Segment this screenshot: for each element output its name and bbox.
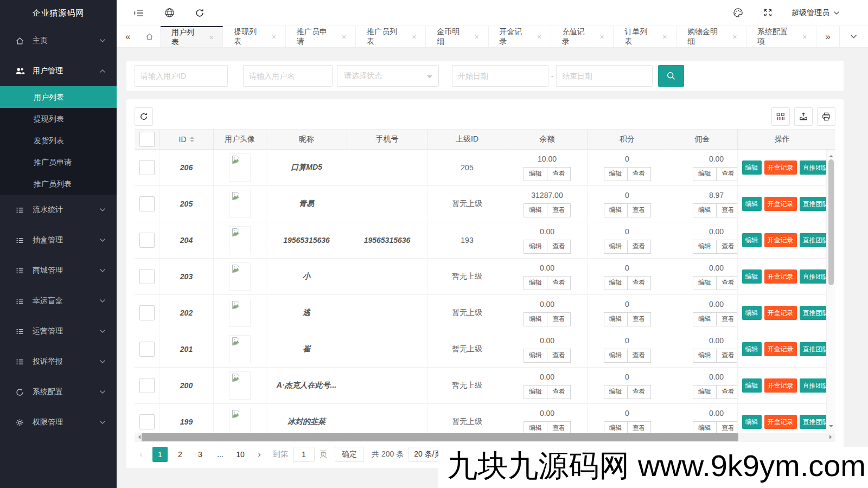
start-date-input[interactable] <box>452 65 548 87</box>
vertical-scrollbar-thumb[interactable] <box>828 159 834 285</box>
points-view-button[interactable]: 查看 <box>627 276 651 290</box>
scroll-down-arrow-icon[interactable] <box>829 425 833 429</box>
balance-view-button[interactable]: 查看 <box>547 240 571 254</box>
page-button-2[interactable]: 2 <box>173 447 188 462</box>
commission-view-button[interactable]: 查看 <box>716 349 738 363</box>
action-button-direct-team[interactable]: 直推团队 <box>800 233 827 247</box>
status-select[interactable]: 请选择状态 <box>337 65 439 87</box>
tab-promoter-apply[interactable]: 推广员申请× <box>286 26 356 47</box>
commission-edit-button[interactable]: 编辑 <box>693 312 717 326</box>
action-button-edit[interactable]: 编辑 <box>742 306 762 320</box>
tab-close-icon[interactable]: × <box>208 33 215 42</box>
sidebar-subitem-ship-list[interactable]: 发货列表 <box>0 130 117 151</box>
action-button-open-box-record[interactable]: 开盒记录 <box>764 306 797 320</box>
tab-home[interactable] <box>139 26 160 47</box>
balance-view-button[interactable]: 查看 <box>547 385 571 399</box>
commission-edit-button[interactable]: 编辑 <box>693 421 717 433</box>
commission-view-button[interactable]: 查看 <box>716 276 738 290</box>
tab-close-icon[interactable]: × <box>270 33 278 41</box>
balance-view-button[interactable]: 查看 <box>547 349 571 363</box>
points-edit-button[interactable]: 编辑 <box>604 276 628 290</box>
export-button[interactable] <box>794 107 813 126</box>
row-checkbox[interactable] <box>139 196 155 211</box>
action-button-open-box-record[interactable]: 开盒记录 <box>764 160 797 175</box>
page-button-10[interactable]: 10 <box>233 447 248 462</box>
points-view-button[interactable]: 查看 <box>627 240 651 254</box>
tab-close-icon[interactable]: × <box>661 33 668 41</box>
action-button-edit[interactable]: 编辑 <box>742 269 762 284</box>
tab-user-list[interactable]: 用户列表× <box>161 26 223 47</box>
scroll-left-arrow-icon[interactable] <box>136 435 141 439</box>
points-edit-button[interactable]: 编辑 <box>604 312 628 326</box>
balance-view-button[interactable]: 查看 <box>547 167 571 181</box>
print-button[interactable] <box>817 107 835 126</box>
action-button-open-box-record[interactable]: 开盒记录 <box>764 197 797 211</box>
row-checkbox[interactable] <box>139 342 155 357</box>
menu-fold-icon[interactable] <box>133 7 145 19</box>
points-edit-button[interactable]: 编辑 <box>604 203 628 217</box>
tab-close-icon[interactable]: × <box>801 33 809 41</box>
sidebar-item-complaint-report[interactable]: 投诉举报 <box>0 346 117 377</box>
sidebar-item-home[interactable]: 主页 <box>0 25 117 56</box>
sidebar-subitem-promoter-list[interactable]: 推广员列表 <box>0 173 117 195</box>
scroll-right-arrow-icon[interactable] <box>829 435 834 439</box>
sidebar-subitem-withdraw-list[interactable]: 提现列表 <box>0 108 117 130</box>
commission-edit-button[interactable]: 编辑 <box>693 203 717 217</box>
points-edit-button[interactable]: 编辑 <box>604 167 628 181</box>
balance-view-button[interactable]: 查看 <box>547 203 571 217</box>
points-view-button[interactable]: 查看 <box>627 349 651 363</box>
commission-edit-button[interactable]: 编辑 <box>693 240 717 254</box>
commission-view-button[interactable]: 查看 <box>716 421 738 433</box>
sidebar-item-mall-mgmt[interactable]: 商城管理 <box>0 255 117 286</box>
tabs-menu-button[interactable] <box>839 26 868 47</box>
sidebar-item-flow-stats[interactable]: 流水统计 <box>0 195 117 225</box>
action-button-edit[interactable]: 编辑 <box>742 197 762 211</box>
username-input[interactable] <box>243 65 333 87</box>
tab-close-icon[interactable]: × <box>410 33 418 41</box>
row-checkbox[interactable] <box>139 160 155 175</box>
action-button-open-box-record[interactable]: 开盒记录 <box>764 269 797 284</box>
admin-dropdown[interactable]: 超级管理员 <box>792 8 840 18</box>
action-button-edit[interactable]: 编辑 <box>742 415 762 429</box>
prev-page-button[interactable]: ‹ <box>135 450 148 459</box>
points-edit-button[interactable]: 编辑 <box>604 421 628 433</box>
commission-view-button[interactable]: 查看 <box>716 167 738 181</box>
action-button-direct-team[interactable]: 直推团队 <box>800 160 827 175</box>
tabs-scroll-left-button[interactable]: « <box>117 26 139 47</box>
commission-view-button[interactable]: 查看 <box>716 385 738 399</box>
tab-close-icon[interactable]: × <box>598 33 606 41</box>
tab-gold-coin-detail[interactable]: 金币明细× <box>426 26 488 47</box>
points-view-button[interactable]: 查看 <box>627 385 651 399</box>
balance-edit-button[interactable]: 编辑 <box>524 385 547 399</box>
tab-close-icon[interactable]: × <box>731 33 738 41</box>
user-id-input[interactable] <box>135 65 228 87</box>
sidebar-item-lucky-box[interactable]: 幸运盲盒 <box>0 286 117 316</box>
points-view-button[interactable]: 查看 <box>627 312 651 326</box>
action-button-open-box-record[interactable]: 开盒记录 <box>764 378 797 393</box>
sort-icon[interactable] <box>190 137 194 142</box>
horizontal-scrollbar-thumb[interactable] <box>142 433 738 441</box>
action-button-open-box-record[interactable]: 开盒记录 <box>764 233 797 247</box>
row-checkbox[interactable] <box>139 378 155 393</box>
tab-promoter-list[interactable]: 推广员列表× <box>356 26 426 47</box>
balance-edit-button[interactable]: 编辑 <box>524 167 547 181</box>
balance-view-button[interactable]: 查看 <box>547 312 571 326</box>
balance-edit-button[interactable]: 编辑 <box>524 203 547 217</box>
sidebar-item-permission-mgmt[interactable]: 权限管理 <box>0 407 117 438</box>
balance-view-button[interactable]: 查看 <box>547 276 571 290</box>
balance-edit-button[interactable]: 编辑 <box>524 312 547 326</box>
goto-confirm-button[interactable]: 确定 <box>335 447 364 462</box>
points-view-button[interactable]: 查看 <box>627 203 651 217</box>
balance-edit-button[interactable]: 编辑 <box>524 421 547 433</box>
action-button-direct-team[interactable]: 直推团队 <box>800 415 827 429</box>
action-button-open-box-record[interactable]: 开盒记录 <box>764 415 797 429</box>
action-button-edit[interactable]: 编辑 <box>742 233 762 247</box>
balance-view-button[interactable]: 查看 <box>547 421 571 433</box>
row-checkbox[interactable] <box>139 414 155 429</box>
action-button-direct-team[interactable]: 直推团队 <box>800 378 827 393</box>
balance-edit-button[interactable]: 编辑 <box>524 276 547 290</box>
sidebar-subitem-user-list[interactable]: 用户列表 <box>0 86 117 108</box>
points-view-button[interactable]: 查看 <box>627 167 651 181</box>
tab-open-box-record[interactable]: 开盒记录× <box>489 26 551 47</box>
search-button[interactable] <box>658 65 684 87</box>
